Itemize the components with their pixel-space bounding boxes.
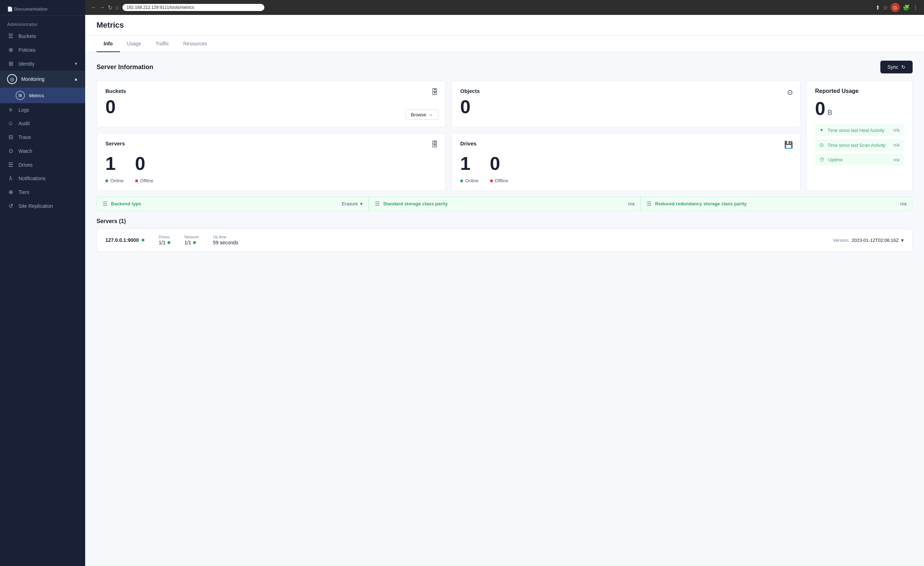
sync-icon: ↻: [901, 64, 906, 70]
profile-icon[interactable]: G: [891, 3, 900, 12]
heal-label: Time since last Heal Activity: [828, 128, 890, 133]
servers-section-title: Servers (1): [96, 218, 913, 225]
online-dot: [105, 180, 108, 182]
scan-value: n/a: [894, 142, 900, 148]
logs-icon: ≡: [7, 107, 14, 113]
sidebar-item-trace[interactable]: ⊟ Trace: [0, 130, 85, 144]
sidebar-item-buckets[interactable]: ☰ Buckets: [0, 29, 85, 43]
metrics-icon: ⊞: [16, 91, 25, 100]
menu-icon[interactable]: ⋮: [913, 4, 918, 11]
drives-card-icon: 💾: [784, 141, 793, 149]
reduced-parity-cell: ☰ Reduced redundancy storage class parit…: [640, 196, 913, 211]
home-button[interactable]: ⌂: [116, 4, 119, 11]
servers-offline-count: 0: [135, 154, 153, 174]
sidebar-item-drives[interactable]: ☰ Drives: [0, 158, 85, 172]
backend-value: Erasure: [342, 201, 358, 207]
drives-metric: Drives 1/1: [159, 235, 170, 246]
servers-card: Servers 🗄 1 Online 0 Offline: [96, 133, 446, 191]
buckets-card: Buckets 🗄 0 Browse →: [96, 81, 446, 127]
url-bar[interactable]: 192.168.212.129:9111/tools/metrics: [122, 4, 264, 11]
reported-usage-card: Reported Usage 0 B ✦ Time since last Hea…: [806, 81, 913, 191]
content-area: Server Information Sync ↻ Buckets 🗄 0 Br…: [85, 52, 924, 566]
servers-offline: 0 Offline: [135, 151, 153, 183]
sidebar-item-logs[interactable]: ≡ Logs: [0, 103, 85, 117]
drives-offline: 0 Offline: [490, 151, 508, 183]
uptime-value: n/a: [894, 157, 900, 162]
uptime-icon: ⏱: [819, 157, 825, 163]
scan-label: Time since last Scan Activity: [828, 142, 890, 148]
sidebar-item-tiers[interactable]: ⊕ Tiers: [0, 185, 85, 199]
backend-label: Backend type: [111, 201, 338, 207]
drives-title: Drives: [460, 141, 792, 147]
heal-activity-row: ✦ Time since last Heal Activity n/a: [815, 124, 904, 136]
drives-status-dot: [168, 241, 170, 244]
usage-number: 0: [815, 98, 825, 119]
sidebar-sub-item-metrics[interactable]: ⊞ Metrics: [0, 88, 85, 103]
tab-resources[interactable]: Resources: [176, 36, 214, 52]
bookmark-icon[interactable]: ☆: [883, 4, 888, 11]
buckets-card-icon: 🗄: [431, 88, 438, 96]
standard-parity-label: Standard storage class parity: [383, 201, 625, 207]
sidebar-item-policies[interactable]: ⊕ Policies: [0, 43, 85, 57]
reported-usage-value: 0 B: [815, 98, 904, 119]
sidebar-item-label: Monitoring: [21, 76, 44, 82]
sidebar-item-label: Site Replication: [18, 203, 53, 209]
servers-card-icon: 🗄: [431, 141, 438, 148]
sidebar-item-label: Audit: [18, 121, 30, 126]
monitoring-icon: ◎: [7, 74, 17, 84]
tab-traffic[interactable]: Traffic: [148, 36, 176, 52]
main-content: ← → ↻ ⌂ 192.168.212.129:9111/tools/metri…: [85, 0, 924, 566]
tab-info[interactable]: Info: [96, 36, 120, 52]
server-meta: Drives 1/1 Network 1/1: [159, 235, 819, 246]
tabs-bar: Info Usage Traffic Resources: [85, 36, 924, 52]
sidebar-item-monitoring[interactable]: ◎ Monitoring ▲: [0, 70, 85, 88]
extensions-icon[interactable]: 🧩: [903, 4, 910, 11]
servers-online: 1 Online: [105, 151, 124, 183]
sidebar-item-site-replication[interactable]: ↺ Site Replication: [0, 199, 85, 213]
back-button[interactable]: ←: [91, 4, 96, 11]
trace-icon: ⊟: [7, 134, 14, 141]
section-title: Server Information: [96, 63, 153, 71]
sidebar-item-label: Buckets: [18, 33, 36, 39]
standard-parity-cell: ☰ Standard storage class parity n/a: [369, 196, 641, 211]
sidebar-sub-item-label: Metrics: [29, 93, 44, 98]
drives-online: 1 Online: [460, 151, 478, 183]
chevron-down-icon: ▼: [74, 61, 78, 66]
buckets-title: Buckets: [105, 88, 437, 94]
network-metric: Network 1/1: [184, 235, 199, 246]
drives-online-label: Online: [460, 178, 478, 183]
sync-button[interactable]: Sync ↻: [880, 61, 913, 73]
forward-button[interactable]: →: [99, 4, 105, 11]
browse-button[interactable]: Browse →: [406, 109, 438, 120]
drives-offline-dot: [490, 180, 493, 182]
version-value: 2023-01-12T02:06:16Z: [852, 238, 899, 243]
network-metric-value: 1/1: [184, 240, 199, 246]
info-cells-row: ☰ Backend type Erasure ▾ ☰ Standard stor…: [96, 196, 913, 211]
reload-button[interactable]: ↻: [108, 4, 112, 11]
backend-icon: ☰: [102, 201, 108, 207]
sidebar-doc-item[interactable]: 📄 Documentation: [0, 0, 85, 16]
sidebar-item-identity[interactable]: ⊞ Identity ▼: [0, 57, 85, 70]
sidebar-item-notifications[interactable]: λ Notifications: [0, 172, 85, 185]
uptime-metric: Up time 59 seconds: [213, 235, 238, 246]
sidebar: 📄 Documentation Administrator ☰ Buckets …: [0, 0, 85, 566]
servers-online-count: 1: [105, 154, 124, 174]
tab-usage[interactable]: Usage: [120, 36, 148, 52]
audit-icon: ☺: [7, 120, 14, 127]
standard-parity-value: n/a: [628, 201, 634, 207]
expand-server-button[interactable]: ▾: [901, 237, 904, 244]
tiers-icon: ⊕: [7, 189, 14, 195]
sidebar-item-label: Policies: [18, 47, 36, 53]
reduced-parity-value: n/a: [900, 201, 907, 207]
share-icon[interactable]: ⬆: [875, 4, 880, 11]
offline-dot: [135, 180, 138, 182]
sidebar-item-audit[interactable]: ☺ Audit: [0, 117, 85, 130]
version-label: Version:: [833, 238, 849, 243]
buckets-count: 0: [105, 97, 437, 117]
scan-activity-row: ⊙ Time since last Scan Activity n/a: [815, 139, 904, 151]
uptime-metric-label: Up time: [213, 235, 238, 239]
sidebar-item-watch[interactable]: ⊙ Watch: [0, 144, 85, 158]
backend-type-cell: ☰ Backend type Erasure ▾: [96, 196, 369, 211]
sync-label: Sync: [888, 64, 898, 70]
browser-nav: ← → ↻ ⌂: [91, 4, 119, 11]
